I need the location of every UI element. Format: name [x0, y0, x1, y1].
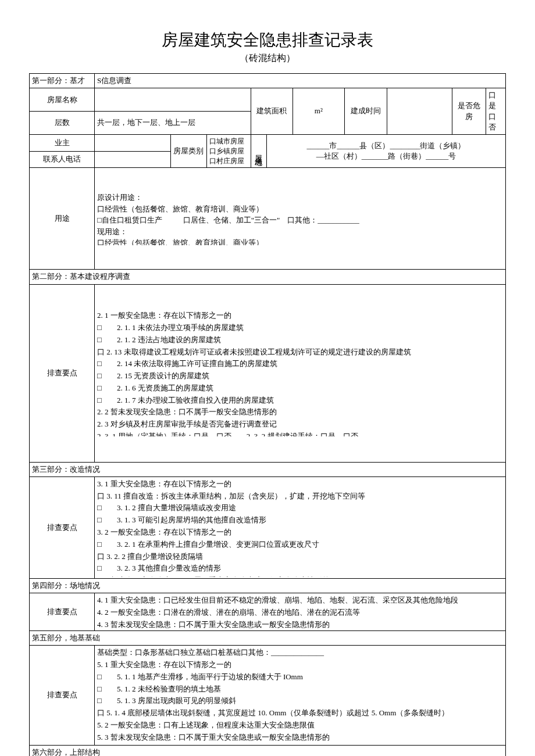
part2-header: 第二部分：基本建设程序调查 — [30, 270, 506, 284]
house-type-label: 房屋类别 — [171, 134, 207, 167]
contact-field[interactable] — [95, 151, 171, 168]
owner-field[interactable] — [95, 134, 171, 151]
part2-label: 排查要点 — [30, 284, 95, 462]
floor-count-label: 层数 — [30, 112, 95, 135]
house-type-opts[interactable]: 口城市房屋 口乡镇房屋 口村庄房屋 — [206, 134, 251, 167]
house-name-field[interactable] — [95, 88, 251, 112]
part5-header: 第五部分，地基基础 — [30, 631, 506, 646]
part4-label: 排查要点 — [30, 593, 95, 631]
part3-header: 第三部分：改造情况 — [30, 462, 506, 476]
building-area-label: 建筑面积 — [251, 88, 293, 135]
part1-header-a: 第一部分：基才 — [30, 74, 95, 88]
floor-count-field[interactable]: 共一层，地下一层、地上一层 — [95, 112, 251, 135]
dangerous-label: 是否危房 — [452, 88, 486, 135]
dangerous-opts[interactable]: 口是 口否 — [486, 88, 506, 135]
part5-label: 排查要点 — [30, 646, 95, 745]
part4-content[interactable]: 4. 1 重大安全隐患：口已经发生但目前还不稳定的滑坡、崩塌、地陷、地裂、泥石流… — [95, 593, 506, 631]
house-name-label: 房屋名称 — [30, 88, 95, 112]
part3-label: 排查要点 — [30, 476, 95, 578]
contact-label: 联系人电话 — [30, 151, 95, 168]
inspection-form: 第一部分：基才 S信息调查 房屋名称 建筑面积 m² 建成时间 是否危房 口是 … — [29, 73, 506, 756]
purpose-label: 用途 — [30, 168, 95, 270]
owner-label: 业主 — [30, 134, 95, 151]
part1-header-b: S信息调查 — [95, 74, 506, 88]
part5-content[interactable]: 基础类型：口条形基础口独立基础口桩基础口其他：______________ 5.… — [95, 646, 506, 745]
purpose-field[interactable]: 原设计用途： 口经营性（包括餐馆、旅馆、教育培训、商业等） □自住口租赁口生产 … — [95, 168, 506, 270]
page-title: 房屋建筑安全隐患排查记录表 — [29, 29, 506, 51]
part6-header: 第六部分，上部结构 — [30, 745, 506, 756]
part3-content[interactable]: 3. 1 重大安全隐患：存在以下情形之一的 口 3. 11 擅自改造：拆改主体承… — [95, 476, 506, 578]
build-time-field[interactable] — [387, 88, 452, 135]
location-vert-label: 屋点房地 — [251, 134, 266, 167]
part2-content[interactable]: 2. 1 一般安全隐患：存在以下情形之一的 □ 2. 1. 1 未依法办理立项手… — [95, 284, 506, 462]
build-time-label: 建成时间 — [345, 88, 387, 135]
building-area-field[interactable]: m² — [293, 88, 345, 135]
location-field[interactable]: ______市______县（区）________街道（乡镇） —社区（村）__… — [266, 134, 505, 167]
part4-header: 第四部分：场地情况 — [30, 578, 506, 593]
page-subtitle: （砖混结构） — [29, 52, 506, 65]
